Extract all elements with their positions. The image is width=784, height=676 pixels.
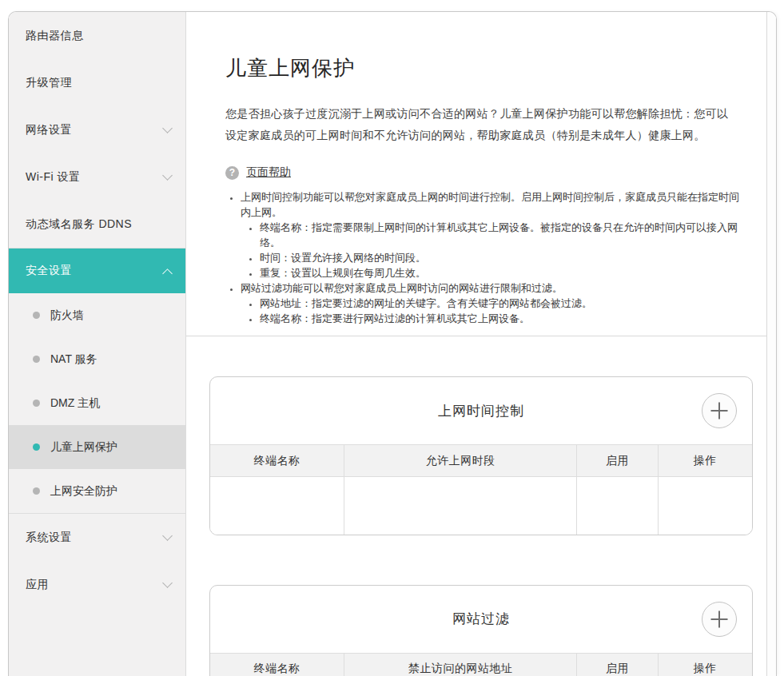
page-help-link[interactable]: 页面帮助 — [246, 165, 291, 180]
question-icon: ? — [225, 166, 239, 180]
bullet-dot-icon — [33, 312, 40, 319]
help-sublist: 网站地址：指定要过滤的网址的关键字。含有关键字的网站都会被过滤。 终端名称：指定… — [241, 296, 739, 326]
page-title: 儿童上网保护 — [225, 54, 739, 82]
table-header-row: 终端名称 允许上网时段 启用 操作 — [210, 445, 752, 477]
sidebar-item-label: 路由器信息 — [26, 29, 84, 43]
column-header-actions: 操作 — [658, 653, 752, 676]
time-control-card-title: 上网时间控制 — [438, 402, 524, 420]
page-description: 您是否担心孩子过度沉溺于上网或访问不合适的网站？儿童上网保护功能可以帮您解除担忧… — [225, 103, 739, 146]
sidebar-item-label: 安全设置 — [26, 264, 72, 278]
sidebar-item-apps[interactable]: 应用 — [9, 561, 185, 608]
sidebar-item-upgrade[interactable]: 升级管理 — [9, 59, 185, 106]
sidebar-item-label: 升级管理 — [26, 76, 72, 90]
sidebar-subitem-firewall[interactable]: 防火墙 — [9, 293, 185, 337]
main-content: 儿童上网保护 您是否担心孩子过度沉溺于上网或访问不合适的网站？儿童上网保护功能可… — [186, 12, 766, 676]
page-help-row: ? 页面帮助 — [225, 165, 739, 180]
bullet-dot-icon — [33, 487, 40, 495]
sidebar-subitem-label: 儿童上网保护 — [50, 440, 117, 455]
chevron-down-icon — [162, 123, 173, 133]
column-header-device-name: 终端名称 — [210, 445, 344, 477]
sidebar-subitem-dmz-host[interactable]: DMZ 主机 — [9, 381, 185, 425]
sidebar-item-label: Wi-Fi 设置 — [26, 170, 81, 185]
website-filter-card-title: 网站过滤 — [452, 610, 510, 628]
empty-cell — [210, 477, 344, 535]
help-item-text: 网站过滤功能可以帮您对家庭成员上网时访问的网站进行限制和过滤。 — [241, 282, 563, 294]
column-header-device-name: 终端名称 — [210, 653, 344, 676]
sidebar-subitem-online-security[interactable]: 上网安全防护 — [9, 469, 185, 513]
help-subitem: 终端名称：指定要进行网站过滤的计算机或其它上网设备。 — [260, 311, 739, 326]
sidebar-subitem-child-protection[interactable]: 儿童上网保护 — [9, 425, 185, 469]
sidebar-subitem-label: 防火墙 — [50, 308, 84, 323]
table-header-row: 终端名称 禁止访问的网站地址 启用 操作 — [210, 653, 752, 676]
column-header-allowed-time: 允许上网时段 — [344, 445, 577, 477]
sidebar-item-label: 应用 — [26, 578, 49, 592]
column-header-actions: 操作 — [658, 445, 752, 477]
help-subitem: 重复：设置以上规则在每周几生效。 — [260, 265, 739, 280]
sidebar-subitem-label: 上网安全防护 — [50, 484, 117, 499]
sidebar: 路由器信息 升级管理 网络设置 Wi-Fi 设置 动态域名服务 DDNS 安全设… — [9, 12, 186, 676]
sidebar-item-ddns[interactable]: 动态域名服务 DDNS — [9, 201, 185, 248]
help-item: 网站过滤功能可以帮您对家庭成员上网时访问的网站进行限制和过滤。 网站地址：指定要… — [241, 280, 739, 326]
website-filter-card-header: 网站过滤 — [210, 586, 752, 653]
help-subitem: 终端名称：指定需要限制上网时间的计算机或其它上网设备。被指定的设备只在允许的时间… — [260, 220, 739, 250]
bullet-dot-icon — [33, 356, 40, 363]
chevron-up-icon — [162, 268, 173, 279]
bullet-dot-icon — [33, 443, 40, 451]
chevron-down-icon — [162, 170, 173, 181]
help-bullet-list: 上网时间控制功能可以帮您对家庭成员上网的时间进行控制。启用上网时间控制后，家庭成… — [225, 189, 739, 326]
sidebar-item-wifi-settings[interactable]: Wi-Fi 设置 — [9, 153, 185, 201]
router-admin-panel: 路由器信息 升级管理 网络设置 Wi-Fi 设置 动态域名服务 DDNS 安全设… — [8, 11, 777, 676]
website-filter-card: 网站过滤 终端名称 禁止访问的网站地址 启用 操作 — [209, 585, 753, 676]
help-subitem: 网站地址：指定要过滤的网址的关键字。含有关键字的网站都会被过滤。 — [260, 296, 739, 311]
time-control-table: 终端名称 允许上网时段 启用 操作 — [210, 444, 752, 535]
bullet-dot-icon — [33, 400, 40, 407]
column-header-enable: 启用 — [577, 653, 658, 676]
sidebar-subitem-label: NAT 服务 — [50, 352, 98, 367]
sidebar-item-router-info[interactable]: 路由器信息 — [9, 12, 185, 59]
column-header-blocked-sites: 禁止访问的网站地址 — [344, 653, 577, 676]
empty-table-row — [210, 477, 752, 535]
scrollbar-track[interactable] — [766, 12, 776, 676]
empty-cell — [577, 477, 658, 535]
chevron-down-icon — [162, 578, 173, 588]
sidebar-item-security-settings[interactable]: 安全设置 — [9, 249, 185, 293]
column-header-enable: 启用 — [577, 445, 658, 477]
chevron-down-icon — [162, 531, 173, 541]
time-control-card-header: 上网时间控制 — [210, 377, 752, 444]
empty-cell — [344, 477, 577, 535]
empty-cell — [658, 477, 752, 535]
add-time-rule-button[interactable] — [702, 393, 737, 428]
time-control-card: 上网时间控制 终端名称 允许上网时段 启用 操作 — [209, 376, 753, 535]
add-filter-rule-button[interactable] — [702, 602, 737, 637]
help-item-text: 上网时间控制功能可以帮您对家庭成员上网的时间进行控制。启用上网时间控制后，家庭成… — [241, 191, 739, 218]
sidebar-item-label: 系统设置 — [26, 531, 72, 545]
help-item: 上网时间控制功能可以帮您对家庭成员上网的时间进行控制。启用上网时间控制后，家庭成… — [241, 189, 739, 280]
section-divider — [186, 336, 766, 336]
sidebar-item-system-settings[interactable]: 系统设置 — [9, 514, 185, 561]
help-sublist: 终端名称：指定需要限制上网时间的计算机或其它上网设备。被指定的设备只在允许的时间… — [241, 220, 739, 280]
help-subitem: 时间：设置允许接入网络的时间段。 — [260, 250, 739, 265]
sidebar-item-label: 动态域名服务 DDNS — [26, 217, 132, 232]
website-filter-table: 终端名称 禁止访问的网站地址 启用 操作 — [210, 653, 752, 676]
sidebar-item-network-settings[interactable]: 网络设置 — [9, 106, 185, 153]
sidebar-item-label: 网络设置 — [26, 123, 72, 137]
sidebar-subitem-nat-service[interactable]: NAT 服务 — [9, 337, 185, 381]
sidebar-subitem-label: DMZ 主机 — [50, 396, 100, 411]
